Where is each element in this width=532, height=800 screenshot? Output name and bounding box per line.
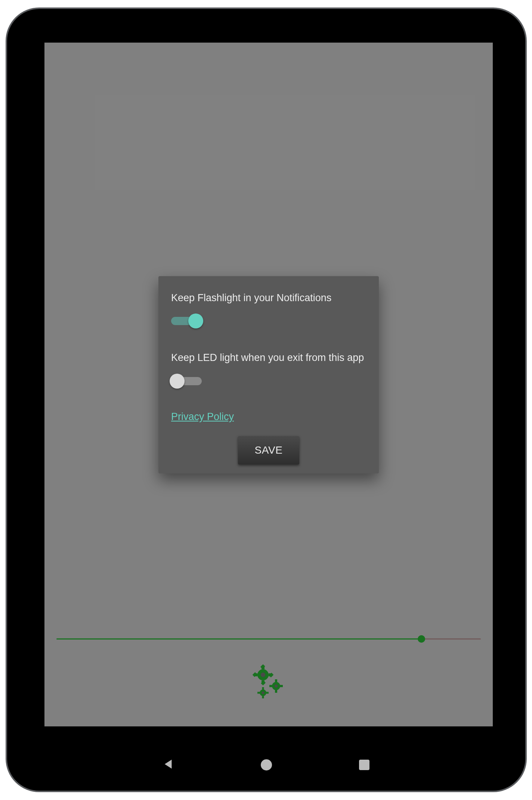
tablet-frame: Keep Flashlight in your Notifications Ke… [6, 7, 527, 792]
settings-dialog: Keep Flashlight in your Notifications Ke… [158, 276, 379, 473]
circle-home-icon [261, 759, 272, 770]
nav-back-button[interactable] [161, 757, 176, 773]
option-keep-led-on-exit: Keep LED light when you exit from this a… [171, 351, 366, 389]
save-button[interactable]: SAVE [238, 436, 299, 464]
option-keep-flashlight-notification: Keep Flashlight in your Notifications [171, 291, 366, 329]
toggle-keep-flashlight-notification[interactable] [171, 313, 202, 329]
square-recent-icon [359, 760, 369, 770]
triangle-back-icon [162, 758, 175, 772]
nav-recent-button[interactable] [356, 757, 372, 773]
app-screen: Keep Flashlight in your Notifications Ke… [44, 43, 493, 726]
toggle-thumb [188, 313, 203, 328]
svg-marker-22 [164, 760, 171, 769]
option-label: Keep LED light when you exit from this a… [171, 351, 366, 364]
nav-home-button[interactable] [259, 757, 274, 773]
toggle-thumb [170, 374, 185, 389]
device-nav-bar [44, 748, 488, 782]
toggle-keep-led-on-exit[interactable] [171, 373, 202, 389]
privacy-policy-link[interactable]: Privacy Policy [171, 411, 234, 423]
option-label: Keep Flashlight in your Notifications [171, 291, 366, 305]
